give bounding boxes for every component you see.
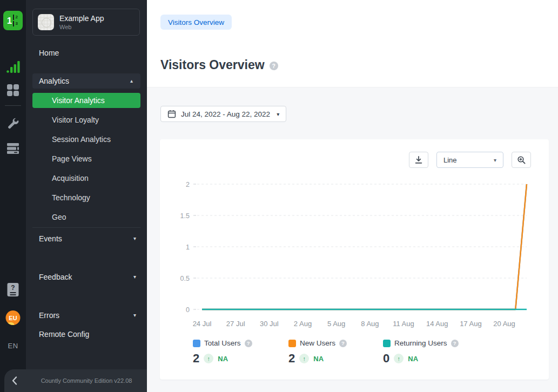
returning-users-trend: NA [408, 355, 418, 363]
help-icon[interactable]: ? [451, 340, 459, 347]
sidebar-group-errors[interactable]: Errors ▾ [26, 306, 147, 325]
chevron-down-icon: ▾ [133, 236, 136, 241]
legend-total-users[interactable]: Total Users ? 2 ↑ NA [193, 339, 252, 366]
sidebar-item-remote-config[interactable]: Remote Config [26, 325, 147, 344]
download-icon [414, 156, 423, 164]
sidebar-item-technology[interactable]: Technology [26, 188, 147, 207]
app-platform: Web [59, 24, 104, 30]
sidebar-item-acquisition[interactable]: Acquisition [26, 168, 147, 188]
chart-type-value: Line [443, 156, 457, 164]
sidebar: Example App Web Home Analytics ▴ Visitor… [26, 0, 147, 392]
app-name: Example App [59, 14, 104, 23]
svg-text:24 Jul: 24 Jul [193, 320, 212, 328]
countly-dashboard: 1 2 3 [0, 0, 558, 392]
sidebar-group-feedback[interactable]: Feedback ▾ [26, 267, 147, 287]
date-range-value: Jul 24, 2022 - Aug 22, 2022 [181, 110, 270, 118]
chevron-down-icon: ▾ [133, 313, 136, 318]
chevron-down-icon: ▾ [494, 157, 496, 163]
download-chart-button[interactable] [409, 152, 428, 168]
sidebar-item-page-views[interactable]: Page Views [26, 149, 147, 168]
returning-users-color-swatch [383, 340, 391, 347]
tab-visitors-overview[interactable]: Visitors Overview [160, 15, 232, 30]
magnifier-plus-icon [517, 156, 526, 165]
sidebar-group-events[interactable]: Events ▾ [26, 229, 147, 248]
new-users-color-swatch [288, 340, 296, 347]
language-selector[interactable]: EN [8, 342, 18, 350]
svg-text:30 Jul: 30 Jul [260, 320, 279, 328]
analytics-submenu: Visitor Loyalty Session Analytics Page V… [26, 110, 147, 227]
sidebar-group-analytics[interactable]: Analytics ▴ [32, 73, 140, 89]
legend-returning-users[interactable]: Returning Users ? 0 ↑ NA [383, 339, 459, 366]
help-icon[interactable]: ? [270, 62, 278, 70]
logo-digit: 1 [7, 16, 12, 25]
svg-text:5 Aug: 5 Aug [327, 320, 345, 328]
svg-text:2: 2 [186, 181, 190, 188]
sidebar-item-geo[interactable]: Geo [26, 207, 147, 227]
visitors-chart-card: Line ▾ 00.511.5224 Jul27 Jul30 Jul2 Aug5… [160, 139, 549, 380]
trend-up-icon: ↑ [204, 354, 213, 363]
help-icon[interactable]: ? [245, 340, 252, 347]
data-manager-server-icon[interactable] [6, 141, 20, 156]
calendar-icon [167, 110, 176, 118]
app-icon [38, 14, 54, 30]
zoom-chart-button[interactable] [512, 152, 531, 168]
countly-logo-icon[interactable]: 1 2 3 [3, 11, 23, 30]
main-content: Visitors Overview Visitors Overview ? Ju… [147, 0, 558, 392]
plugins-grid-icon[interactable] [6, 83, 20, 97]
sidebar-item-session-analytics[interactable]: Session Analytics [26, 130, 147, 149]
management-wrench-icon[interactable] [6, 117, 20, 131]
svg-text:17 Aug: 17 Aug [460, 320, 482, 328]
legend-new-users[interactable]: New Users ? 2 ↑ NA [288, 339, 347, 366]
svg-text:20 Aug: 20 Aug [493, 320, 515, 328]
logo-digits-column: 2 3 [13, 15, 19, 26]
total-users-value: 2 [193, 352, 199, 366]
svg-text:8 Aug: 8 Aug [361, 320, 379, 328]
user-avatar[interactable]: EU [6, 310, 21, 325]
help-icon[interactable]: ? [339, 340, 347, 347]
svg-text:2 Aug: 2 Aug [294, 320, 312, 328]
chevron-left-icon [11, 376, 18, 386]
svg-text:0: 0 [186, 306, 190, 314]
trend-up-icon: ↑ [299, 354, 309, 363]
page-title: Visitors Overview [160, 58, 265, 72]
svg-text:14 Aug: 14 Aug [426, 320, 448, 328]
new-users-trend: NA [313, 355, 324, 363]
date-range-picker[interactable]: Jul 24, 2022 - Aug 22, 2022 ▾ [160, 106, 286, 122]
sidebar-divider [32, 227, 140, 228]
total-users-trend: NA [218, 355, 228, 363]
svg-text:1: 1 [186, 244, 190, 251]
chart-type-select[interactable]: Line ▾ [436, 152, 503, 168]
collapse-sidebar-button[interactable] [9, 375, 21, 386]
sidebar-item-home[interactable]: Home [26, 44, 147, 62]
chevron-down-icon: ▾ [277, 111, 279, 117]
page-title-row: Visitors Overview ? [160, 58, 278, 72]
sidebar-item-visitor-loyalty[interactable]: Visitor Loyalty [26, 110, 147, 130]
sidebar-bottom-band: Countly Community Edition v22.08 [4, 369, 147, 392]
svg-text:0.5: 0.5 [180, 275, 190, 282]
rail-divider [5, 105, 21, 106]
trend-up-icon: ↑ [394, 354, 404, 363]
sidebar-item-visitor-analytics[interactable]: Visitor Analytics [32, 93, 140, 108]
total-users-color-swatch [193, 340, 200, 347]
svg-text:27 Jul: 27 Jul [226, 320, 245, 328]
new-users-value: 2 [288, 352, 295, 366]
chart-toolbar: Line ▾ [409, 152, 531, 168]
analytics-barchart-icon[interactable] [6, 60, 20, 74]
chevron-down-icon: ▾ [133, 274, 136, 280]
returning-users-value: 0 [383, 352, 389, 366]
icon-rail: 1 2 3 [0, 0, 26, 392]
version-label: Countly Community Edition v22.08 [26, 377, 147, 384]
avatar-initials: EU [9, 315, 17, 321]
help-center-icon[interactable]: ? [8, 283, 19, 296]
chevron-up-icon: ▴ [130, 78, 133, 84]
svg-text:1.5: 1.5 [180, 212, 190, 220]
svg-text:11 Aug: 11 Aug [393, 320, 414, 328]
app-selector[interactable]: Example App Web [32, 9, 140, 36]
